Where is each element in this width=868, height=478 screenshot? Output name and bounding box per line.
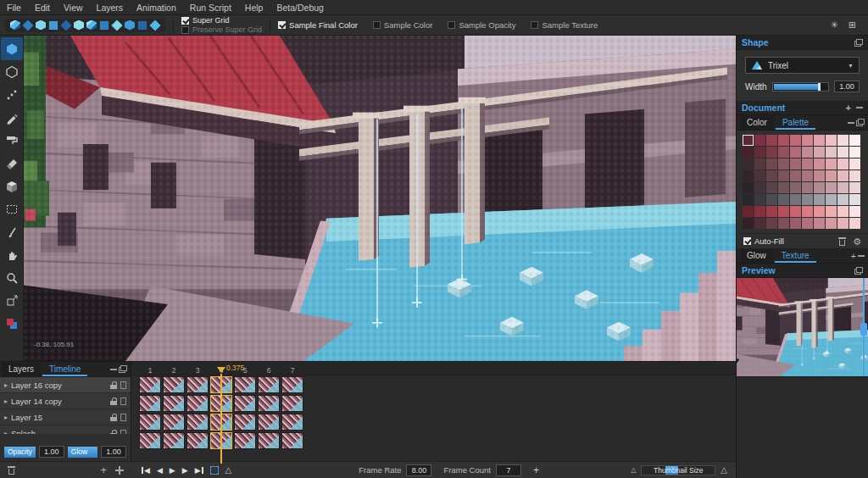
frame-number[interactable]: 1 [138, 366, 162, 375]
palette-swatch[interactable] [849, 158, 860, 170]
palette-swatch[interactable] [849, 194, 860, 205]
palette-swatch[interactable] [837, 170, 849, 181]
palette-swatch[interactable] [802, 135, 813, 146]
frame-cell[interactable] [163, 414, 185, 431]
frame-cell[interactable] [163, 376, 185, 393]
opacity-slider[interactable]: Opacity [4, 447, 36, 458]
shape-dropdown[interactable]: Trixel ▼ [745, 57, 860, 74]
tab-layers[interactable]: Layers [2, 363, 41, 376]
palette-swatch[interactable] [743, 218, 754, 229]
palette-swatch[interactable] [802, 182, 813, 193]
palette-swatch[interactable] [849, 135, 860, 146]
checkbox-sample-final-color[interactable]: Sample Final Color [278, 20, 358, 30]
palette-swatch[interactable] [743, 170, 754, 181]
palette-swatch[interactable] [778, 170, 789, 181]
palette-swatch[interactable] [802, 158, 813, 170]
palette-swatch[interactable] [849, 147, 860, 158]
palette-swatch[interactable] [814, 147, 825, 158]
palette-swatch[interactable] [814, 135, 825, 146]
palette-swatch[interactable] [754, 206, 765, 217]
lock-icon[interactable] [110, 381, 117, 389]
palette-swatch[interactable] [754, 147, 765, 158]
palette-swatch[interactable] [790, 135, 801, 146]
pen-tool[interactable] [1, 106, 23, 129]
frame-cell[interactable] [234, 376, 256, 393]
palette-swatch[interactable] [778, 206, 789, 217]
skip-to-start-button[interactable]: ◀ [142, 466, 150, 475]
merge-layers-icon[interactable] [115, 466, 124, 475]
lock-icon[interactable] [110, 397, 117, 405]
brush-preset-1[interactable] [10, 20, 20, 31]
brush-preset-11[interactable] [138, 20, 147, 29]
palette-swatch[interactable] [826, 182, 837, 193]
canvas-viewport[interactable]: -0.38, 105.91 [24, 36, 736, 361]
frame-cell[interactable] [139, 395, 161, 412]
collapse-icon[interactable] [856, 107, 863, 108]
collapse-icon[interactable] [858, 255, 865, 257]
brush-preset-6[interactable] [74, 20, 84, 31]
palette-swatch[interactable] [826, 158, 837, 170]
palette-swatch[interactable] [766, 158, 777, 170]
palette-swatch[interactable] [802, 194, 813, 205]
frame-cell[interactable] [258, 376, 280, 393]
palette-swatch[interactable] [837, 158, 849, 170]
menu-file[interactable]: File [7, 3, 21, 13]
palette-swatch[interactable] [826, 194, 837, 205]
fill-tool[interactable] [1, 129, 23, 152]
palette-swatch[interactable] [849, 218, 860, 229]
palette-swatch[interactable] [743, 135, 754, 146]
glow-value[interactable]: 1.00 [101, 446, 126, 458]
frame-cell[interactable] [281, 432, 303, 449]
palette-swatch[interactable] [790, 170, 801, 181]
palette-swatch[interactable] [778, 158, 789, 170]
palette-swatch[interactable] [778, 218, 789, 229]
color-swatches[interactable] [1, 312, 23, 335]
frame-cell[interactable] [258, 432, 280, 449]
frame-cell[interactable] [186, 376, 209, 393]
canvas-grid-icon[interactable]: ⊞ [849, 19, 856, 31]
palette-swatch[interactable] [766, 147, 777, 158]
transform-tool[interactable] [1, 289, 23, 312]
palette-swatch[interactable] [849, 182, 860, 193]
add-icon[interactable]: + [846, 104, 851, 111]
float-panel-icon[interactable] [119, 365, 127, 373]
menu-beta-debug[interactable]: Beta/Debug [276, 3, 323, 13]
line-tool[interactable] [1, 83, 23, 106]
frame-cell[interactable] [234, 414, 256, 431]
voxel-tool[interactable] [1, 175, 23, 197]
frame-cell[interactable] [281, 395, 303, 412]
frame-number[interactable]: 3 [186, 366, 209, 375]
menu-edit[interactable]: Edit [35, 3, 50, 13]
checkbox-auto-fill[interactable]: Auto-Fill [743, 236, 784, 246]
palette-swatch[interactable] [826, 170, 837, 181]
shape-outline-tool[interactable] [1, 60, 23, 83]
checkbox-sample-texture[interactable]: Sample Texture [531, 20, 598, 30]
knife-tool[interactable] [1, 220, 23, 243]
snap-grid-icon[interactable]: ✳ [831, 19, 838, 31]
tab-palette[interactable]: Palette [776, 116, 815, 130]
play-button[interactable]: ▶ [170, 466, 175, 475]
palette-swatch[interactable] [814, 194, 825, 205]
float-panel-icon[interactable] [854, 267, 863, 275]
brush-preset-2[interactable] [22, 19, 33, 31]
brush-preset-10[interactable] [125, 20, 135, 31]
width-slider[interactable] [772, 82, 829, 92]
brush-preset-3[interactable] [36, 20, 46, 31]
width-slider-handle[interactable] [818, 83, 821, 91]
palette-swatch[interactable] [790, 158, 801, 170]
palette-swatch[interactable] [837, 206, 849, 217]
thumbnail-size-decrease-icon[interactable]: △ [631, 466, 636, 474]
menu-run-script[interactable]: Run Script [190, 3, 231, 13]
checkbox-super-grid[interactable]: Super Grid [181, 16, 262, 25]
float-panel-icon[interactable] [856, 119, 865, 126]
skip-to-end-button[interactable]: ▶ [195, 466, 203, 475]
menu-help[interactable]: Help [245, 3, 264, 13]
palette-swatch[interactable] [743, 147, 754, 158]
preview-scrollbar-handle[interactable] [860, 323, 867, 336]
layer-expand-icon[interactable]: ▸ [4, 430, 8, 435]
palette-swatch[interactable] [743, 182, 754, 193]
checkbox-preserve-super-grid[interactable]: Preserve Super Grid [181, 25, 262, 34]
palette-swatch[interactable] [766, 135, 777, 146]
palette-swatch[interactable] [837, 147, 849, 158]
frame-cell[interactable] [234, 395, 256, 412]
